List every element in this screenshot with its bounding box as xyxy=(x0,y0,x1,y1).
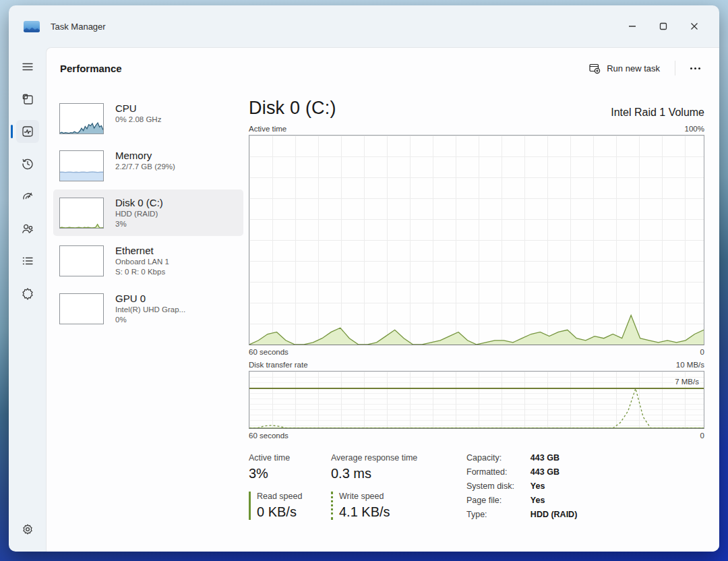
detail-subtitle: Intel Raid 1 Volume xyxy=(611,107,704,119)
cpu-mini-chart xyxy=(59,103,104,134)
prop-label: Formatted: xyxy=(466,467,514,477)
ethernet-mini-chart xyxy=(59,245,104,276)
disk-stats: Active time 3% Read speed 0 KB/s Average… xyxy=(249,453,704,520)
task-manager-app-icon xyxy=(24,21,40,32)
transfer-rate-xright-label: 0 xyxy=(700,432,704,440)
avg-response-stat-value: 0.3 ms xyxy=(331,466,442,481)
services-icon xyxy=(21,287,34,300)
sidebar-item-processes[interactable] xyxy=(16,88,39,111)
active-time-stat-label: Active time xyxy=(249,453,313,463)
run-new-task-button[interactable]: Run new task xyxy=(580,57,668,80)
device-title: Ethernet xyxy=(115,244,169,257)
sidebar-item-app-history[interactable] xyxy=(16,152,39,175)
gpu-mini-chart xyxy=(59,293,104,324)
details-icon xyxy=(21,254,34,268)
active-time-ymax-label: 100% xyxy=(685,125,704,133)
memory-mini-chart xyxy=(59,150,104,181)
users-icon xyxy=(21,222,34,235)
device-subtext: 3% xyxy=(115,219,163,229)
performance-device-list: CPU 0% 2.08 GHz Memory 2.2/7.7 GB (29%) xyxy=(47,88,243,552)
prop-value: HDD (RAID) xyxy=(530,510,577,519)
disk-detail-panel: Disk 0 (C:) Intel Raid 1 Volume Active t… xyxy=(243,88,719,552)
device-item-gpu0[interactable]: GPU 0 Intel(R) UHD Grap... 0% xyxy=(53,285,243,332)
hamburger-icon xyxy=(21,60,34,73)
device-subtext: 2.2/7.7 GB (29%) xyxy=(115,162,175,172)
transfer-rate-chart: 7 MB/s xyxy=(249,371,704,429)
header-separator xyxy=(675,61,675,76)
prop-label: System disk: xyxy=(466,481,514,491)
active-time-chart-label: Active time xyxy=(249,125,286,133)
device-item-memory[interactable]: Memory 2.2/7.7 GB (29%) xyxy=(53,142,243,188)
device-subtext: 0% xyxy=(115,315,185,325)
prop-label: Page file: xyxy=(466,496,514,505)
device-subtext: 0% 2.08 GHz xyxy=(115,115,161,125)
titlebar: Task Manager xyxy=(9,5,719,47)
device-title: CPU xyxy=(115,102,161,115)
device-item-cpu[interactable]: CPU 0% 2.08 GHz xyxy=(53,95,243,141)
prop-value: 443 GB xyxy=(530,453,577,463)
prop-value: 443 GB xyxy=(530,467,577,477)
active-time-stat-value: 3% xyxy=(249,466,313,481)
sidebar-item-details[interactable] xyxy=(16,249,39,272)
sidebar-item-startup-apps[interactable] xyxy=(16,185,39,208)
prop-label: Type: xyxy=(466,510,514,519)
maximize-button[interactable] xyxy=(648,13,679,40)
device-title: Disk 0 (C:) xyxy=(115,196,163,209)
gauge-icon xyxy=(21,189,34,203)
processes-icon xyxy=(21,92,34,106)
run-new-task-icon xyxy=(588,62,601,74)
settings-gear-icon xyxy=(21,523,34,536)
device-subtext: HDD (RAID) xyxy=(115,209,163,219)
prop-label: Capacity: xyxy=(466,453,514,463)
page-title: Performance xyxy=(60,63,122,74)
read-speed-block: Read speed 0 KB/s xyxy=(249,492,313,520)
close-button[interactable] xyxy=(679,13,710,40)
avg-response-stat-label: Average response time xyxy=(331,453,442,463)
device-subtext: S: 0 R: 0 Kbps xyxy=(115,267,169,277)
read-speed-label: Read speed xyxy=(257,492,313,501)
window-controls xyxy=(617,5,710,47)
prop-value: Yes xyxy=(530,481,577,491)
more-options-button[interactable] xyxy=(682,61,708,76)
minimize-button[interactable] xyxy=(617,13,648,40)
device-title: GPU 0 xyxy=(115,292,185,305)
close-icon xyxy=(690,22,698,30)
content-card: Performance Run new task xyxy=(46,47,719,552)
run-new-task-label: Run new task xyxy=(607,63,660,73)
content-header: Performance Run new task xyxy=(47,48,719,88)
ellipsis-icon xyxy=(690,67,692,69)
detail-title: Disk 0 (C:) xyxy=(249,98,336,119)
navigation-rail xyxy=(9,47,46,552)
device-title: Memory xyxy=(115,149,175,162)
sidebar-item-users[interactable] xyxy=(16,217,39,240)
task-manager-window: Task Manager xyxy=(9,5,719,552)
device-subtext: Intel(R) UHD Grap... xyxy=(115,305,185,315)
write-speed-block: Write speed 4.1 KB/s xyxy=(331,492,442,520)
active-time-xright-label: 0 xyxy=(700,348,704,356)
sidebar-item-settings[interactable] xyxy=(16,518,39,541)
sidebar-item-performance[interactable] xyxy=(16,120,39,143)
sidebar-item-menu[interactable] xyxy=(16,55,39,78)
disk-mini-chart xyxy=(59,198,104,229)
active-time-chart xyxy=(249,135,704,345)
device-item-ethernet[interactable]: Ethernet Onboard LAN 1 S: 0 R: 0 Kbps xyxy=(53,237,243,284)
write-speed-value: 4.1 KB/s xyxy=(339,504,442,520)
minimize-icon xyxy=(628,22,636,30)
disk-properties: Capacity: 443 GB Formatted: 443 GB Syste… xyxy=(466,453,577,520)
active-time-xleft-label: 60 seconds xyxy=(249,348,289,356)
performance-icon xyxy=(21,125,34,138)
write-speed-label: Write speed xyxy=(339,492,442,501)
transfer-rate-chart-label: Disk transfer rate xyxy=(249,361,308,369)
sidebar-item-services[interactable] xyxy=(16,282,39,305)
read-speed-value: 0 KB/s xyxy=(257,504,313,520)
selected-accent-pill xyxy=(11,125,13,138)
history-icon xyxy=(21,157,34,171)
maximize-icon xyxy=(659,22,667,30)
prop-value: Yes xyxy=(530,496,577,505)
transfer-rate-xleft-label: 60 seconds xyxy=(249,432,289,440)
device-item-disk0[interactable]: Disk 0 (C:) HDD (RAID) 3% xyxy=(53,189,243,236)
app-title: Task Manager xyxy=(51,22,106,32)
transfer-rate-ymax-label: 10 MB/s xyxy=(676,361,704,369)
device-subtext: Onboard LAN 1 xyxy=(115,257,169,267)
